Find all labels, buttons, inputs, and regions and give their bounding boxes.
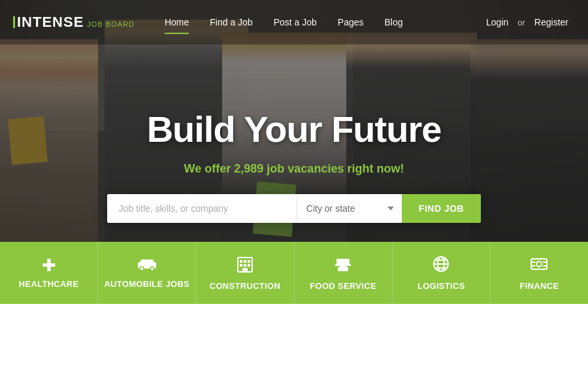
automobile-label: Automobile Jobs (104, 279, 189, 289)
category-construction[interactable]: Construction (196, 242, 294, 304)
category-bar: ✚ Healthcare Automobile Jobs Constructio… (0, 242, 588, 304)
logo-tagline: Job Board (87, 20, 135, 28)
category-finance[interactable]: Finance (491, 242, 588, 304)
svg-rect-9 (244, 264, 246, 267)
svg-rect-6 (244, 260, 246, 263)
nav-or: or (517, 18, 525, 27)
location-select[interactable]: City or state New York Los Angeles Chica… (297, 194, 402, 223)
category-healthcare[interactable]: ✚ Healthcare (0, 242, 98, 304)
svg-rect-16 (338, 268, 348, 271)
healthcare-icon: ✚ (42, 257, 56, 274)
category-food[interactable]: Food Service (295, 242, 393, 304)
svg-rect-7 (248, 260, 250, 263)
finance-label: Finance (520, 281, 559, 291)
svg-point-3 (150, 267, 154, 271)
navbar: INTENSE Job Board Home Find a Job Post a… (0, 0, 588, 44)
svg-rect-14 (335, 264, 351, 266)
construction-label: Construction (210, 281, 280, 291)
hero-section: INTENSE Job Board Home Find a Job Post a… (0, 0, 588, 304)
finance-icon (530, 255, 548, 276)
nav-login[interactable]: Login (480, 12, 515, 33)
find-job-button[interactable]: FIND JOB (402, 194, 481, 223)
nav-register[interactable]: Register (528, 12, 575, 33)
automobile-icon (137, 257, 157, 274)
nav-blog[interactable]: Blog (374, 12, 414, 33)
svg-rect-5 (240, 260, 242, 263)
category-automobile[interactable]: Automobile Jobs (98, 242, 196, 304)
logo-intense: INTENSE (13, 14, 84, 31)
svg-rect-22 (531, 259, 547, 269)
hero-subtitle-post: job vacancies right now! (263, 162, 404, 175)
search-bar: City or state New York Los Angeles Chica… (107, 194, 481, 223)
job-search-input[interactable] (107, 194, 297, 223)
logo: INTENSE Job Board (13, 14, 135, 31)
healthcare-label: Healthcare (19, 279, 79, 289)
logistics-icon (432, 255, 450, 276)
svg-point-2 (140, 267, 144, 271)
svg-rect-1 (140, 259, 154, 265)
svg-point-23 (536, 261, 542, 267)
svg-rect-8 (240, 264, 242, 267)
category-logistics[interactable]: Logistics (393, 242, 491, 304)
hero-count: 2,989 (234, 162, 263, 175)
nav-home[interactable]: Home (154, 12, 199, 33)
hero-content: Build Your Future We offer 2,989 job vac… (107, 82, 481, 223)
food-label: Food Service (310, 281, 376, 291)
construction-icon (237, 255, 253, 276)
food-icon (334, 255, 352, 276)
nav-find-job[interactable]: Find a Job (199, 12, 263, 33)
svg-rect-11 (242, 268, 248, 272)
nav-auth: Login or Register (480, 12, 575, 33)
svg-rect-12 (336, 261, 350, 264)
logistics-label: Logistics (417, 281, 465, 291)
svg-rect-10 (248, 264, 250, 267)
svg-rect-13 (336, 259, 350, 261)
hero-subtitle: We offer 2,989 job vacancies right now! (107, 162, 481, 176)
nav-pages[interactable]: Pages (327, 12, 374, 33)
hero-title: Build Your Future (107, 108, 481, 150)
nav-links: Home Find a Job Post a Job Pages Blog (154, 12, 480, 33)
hero-subtitle-pre: We offer (184, 162, 235, 175)
nav-post-job[interactable]: Post a Job (263, 12, 327, 33)
